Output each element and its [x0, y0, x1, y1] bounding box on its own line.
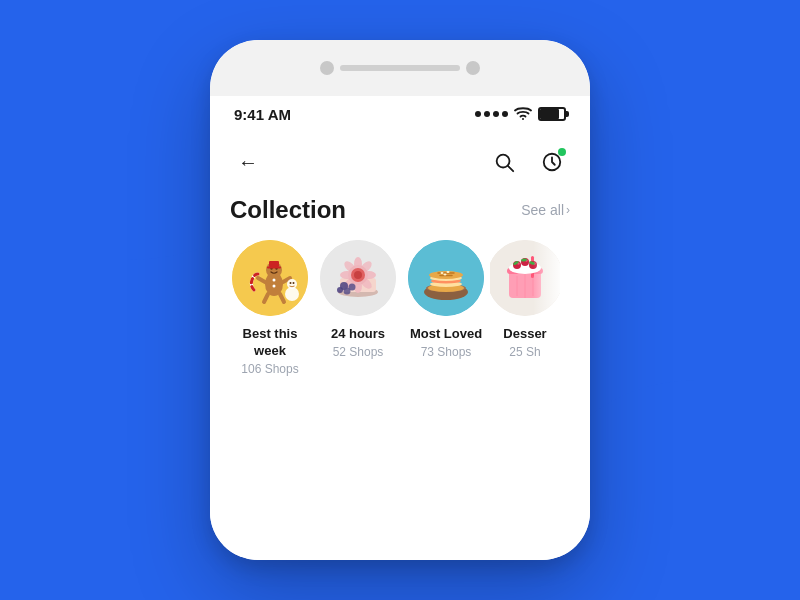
phone-content: ← Collection — [210, 132, 590, 560]
history-button[interactable] — [534, 144, 570, 180]
svg-point-17 — [285, 287, 299, 301]
status-time: 9:41 AM — [234, 106, 291, 123]
svg-point-16 — [273, 285, 276, 288]
svg-line-2 — [508, 166, 513, 171]
see-all-button[interactable]: See all › — [521, 202, 570, 218]
section-header: Collection See all › — [210, 188, 590, 240]
collection-item-best-this-week[interactable]: Best this week 106 Shops — [226, 240, 314, 376]
battery-icon — [538, 107, 566, 121]
back-arrow-icon: ← — [238, 151, 258, 174]
svg-rect-10 — [267, 267, 281, 269]
collections-row: Best this week 106 Shops — [210, 240, 590, 376]
signal-dot-2 — [484, 111, 490, 117]
collection-shops-24-hours: 52 Shops — [333, 345, 384, 359]
svg-point-49 — [441, 272, 444, 274]
fade-overlay — [533, 240, 560, 316]
battery-fill — [540, 109, 559, 119]
see-all-label: See all — [521, 202, 564, 218]
collection-shops-best-this-week: 106 Shops — [241, 362, 298, 376]
svg-rect-9 — [269, 261, 279, 267]
collection-item-dessert[interactable]: Desser 25 Sh — [490, 240, 560, 376]
signal-dots — [475, 111, 508, 117]
signal-dot-3 — [493, 111, 499, 117]
camera-right — [466, 61, 480, 75]
collection-item-most-loved[interactable]: Most Loved 73 Shops — [402, 240, 490, 376]
phone-frame: 9:41 AM — [210, 40, 590, 560]
signal-dot-4 — [502, 111, 508, 117]
camera-left — [320, 61, 334, 75]
search-icon — [493, 151, 515, 173]
svg-point-37 — [337, 287, 343, 293]
back-button[interactable]: ← — [230, 144, 266, 180]
collection-name-dessert: Desser — [503, 326, 546, 343]
collection-circle-dessert — [490, 240, 560, 316]
svg-point-34 — [354, 271, 362, 279]
section-title: Collection — [230, 196, 346, 224]
wifi-icon — [514, 106, 532, 123]
search-button[interactable] — [486, 144, 522, 180]
status-bar: 9:41 AM — [210, 96, 590, 132]
status-icons — [475, 106, 566, 123]
svg-point-20 — [293, 282, 295, 284]
chevron-right-icon: › — [566, 203, 570, 217]
collection-name-most-loved: Most Loved — [410, 326, 482, 343]
collection-circle-24-hours — [320, 240, 396, 316]
collection-name-24-hours: 24 hours — [331, 326, 385, 343]
nav-bar: ← — [210, 132, 590, 188]
svg-point-38 — [344, 288, 351, 295]
collection-circle-most-loved — [408, 240, 484, 316]
collection-shops-dessert: 25 Sh — [509, 345, 540, 359]
svg-point-19 — [290, 282, 292, 284]
gingerbread-illustration — [232, 240, 308, 316]
svg-point-15 — [273, 279, 276, 282]
nav-right-icons — [486, 144, 570, 180]
collection-circle-best-this-week — [232, 240, 308, 316]
svg-point-18 — [287, 279, 297, 289]
collection-shops-most-loved: 73 Shops — [421, 345, 472, 359]
sandwich-illustration — [408, 240, 484, 316]
signal-dot-1 — [475, 111, 481, 117]
phone-notch — [210, 40, 590, 96]
svg-point-0 — [522, 118, 524, 120]
flower-cake-illustration — [320, 240, 396, 316]
notification-dot — [558, 148, 566, 156]
svg-point-51 — [444, 274, 447, 276]
bottom-spacer — [210, 376, 590, 560]
collection-item-24-hours[interactable]: 24 hours 52 Shops — [314, 240, 402, 376]
collection-name-best-this-week: Best this week — [230, 326, 310, 360]
svg-point-50 — [447, 271, 450, 273]
notch-bar — [340, 65, 460, 71]
